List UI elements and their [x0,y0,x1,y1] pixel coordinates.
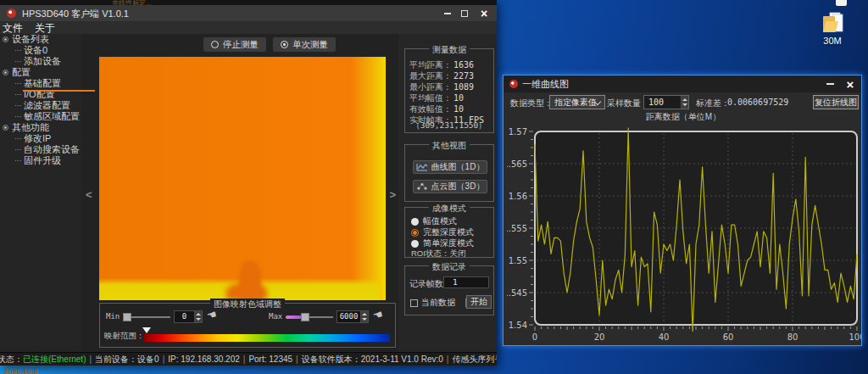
current-data-checkbox[interactable] [410,299,418,307]
colormap-title: 图像映射色域调整 [210,299,285,310]
tree-item-roi-config[interactable]: 敏感区域配置 [0,111,81,122]
measure-row-max-distance: 最大距离： 2273 [409,70,492,81]
curve-view-button[interactable]: 曲线图（1D） [413,160,487,174]
curve-window-title: 一维曲线图 [522,78,569,91]
reset-chart-button[interactable]: 复位折线图 [813,95,859,109]
maximize-button[interactable] [458,7,471,20]
screen: 2020.10.2 30M 非线性标定... HPS3D640 客户端 V1.0… [0,0,868,374]
next-view-arrow[interactable]: > [389,188,396,201]
curve-minimize-button[interactable] [822,77,837,91]
curve-view-label: 曲线图（1D） [431,161,485,173]
curve-window: 一维曲线图 × 数据类型： 指定像素值 采样数量： 100 标准差： 0.006… [503,75,862,346]
curve-close-button[interactable]: × [843,77,858,91]
sample-spin-arrows[interactable] [681,96,688,109]
minimize-icon [826,83,834,85]
colormap-gradient[interactable] [144,334,390,342]
svg-text:60: 60 [723,332,734,342]
measure-row-avg-amplitude: 平均幅值： 10 [409,92,492,103]
start-record-button[interactable]: 开始 [466,295,492,309]
tree-expand-icon[interactable] [3,36,8,42]
stop-measure-label: 停止测量 [223,39,259,51]
app-title: HPS3D640 客户端 V1.0.1 [22,8,129,20]
status-separator: | [89,354,92,364]
status-separator: | [243,354,246,364]
close-button[interactable]: × [477,7,491,20]
status-separator: | [296,354,298,364]
min-value-spinbox[interactable]: 0 [174,310,203,323]
tree-line [15,160,21,161]
measure-data-groupbox: 测量数据 平均距离： 1636 最大距离： 2273 最小距离： 1089 平均… [404,48,494,133]
min-value: 0 [175,311,194,322]
depth-image[interactable] [99,57,386,300]
sample-count-spinbox[interactable]: 100 [643,95,689,109]
tree-item-label: 固件升级 [24,155,61,166]
max-label: Max [269,312,282,321]
svg-text:1.54: 1.54 [509,321,527,330]
std-dev-value: 0.0060697529 [727,98,788,107]
tree-item-basic-config[interactable]: 基础配置 [0,78,81,89]
prev-view-arrow[interactable]: < [86,188,92,201]
mode-option-full-depth[interactable]: 完整深度模式 [411,226,474,238]
point-cloud-button[interactable]: 点云图（3D） [413,180,487,193]
single-measure-label: 单次测量 [292,39,328,51]
data-type-dropdown[interactable]: 指定像素值 [549,95,605,109]
tree-item-config[interactable]: 配置 [0,67,81,78]
stop-measure-button[interactable]: 停止测量 [203,37,266,52]
min-slider-handle[interactable] [123,313,131,321]
max-spin-arrows[interactable] [360,311,368,322]
measure-row-valid-amplitude: 有效幅值： 10 [409,103,492,114]
status-firmware: 设备软件版本：2021-3-11 V1.0 Rev:0 [302,354,443,366]
tree-expand-icon[interactable] [3,70,8,75]
distance-line-chart[interactable]: 0204060801001.541.5451.551.5551.561.5651… [507,121,861,347]
point-cloud-label: 点云图（3D） [431,181,485,193]
tree-item-modify-ip[interactable]: 修改IP [0,133,81,144]
image-viewer: 停止测量 单次测量 < > 图像映射色域调整 Min [81,34,398,352]
max-value-spinbox[interactable]: 6000 [337,310,369,323]
partial-desktop-icon[interactable] [836,0,847,6]
imaging-mode-groupbox: 成像模式 幅值模式 完整深度模式 简单深度模式 ROI状态：关闭 [404,207,494,258]
radio-icon [411,218,419,226]
measure-row-min-distance: 最小距离： 1089 [409,81,492,92]
other-views-groupbox: 其他视图 曲线图（1D） 点云图（3D） [404,144,494,202]
max-hand-icon[interactable]: ☚ [371,308,385,323]
tree-item-device-0[interactable]: 设备0 [0,45,81,56]
tree-line [15,61,21,62]
max-slider-handle[interactable] [301,313,309,321]
tree-line [15,105,21,106]
svg-text:1.55: 1.55 [509,256,527,265]
svg-text:1.545: 1.545 [507,288,527,298]
tree-item-label: 设备列表 [12,34,49,45]
mode-option-simple-depth[interactable]: 简单深度模式 [411,237,474,249]
tree-line [15,149,21,150]
curve-window-titlebar[interactable]: 一维曲线图 × [504,75,861,92]
frames-input[interactable]: 1 [443,276,489,288]
svg-text:20: 20 [594,332,605,342]
desktop-icon-30m[interactable]: 30M [812,12,853,46]
roi-status: ROI状态：关闭 [411,248,465,260]
tree-item-filter-config[interactable]: 滤波器配置 [0,100,81,111]
tree-item-other-functions[interactable]: 其他功能 [0,122,81,133]
tree-item-label: 修改IP [24,133,51,144]
min-spin-arrows[interactable] [194,311,202,322]
minimize-button[interactable] [441,7,454,20]
max-slider[interactable] [286,312,333,322]
folder-icon [819,12,846,35]
desktop-icon-label: 30M [812,36,853,46]
tree-expand-icon[interactable] [3,125,8,131]
single-measure-button[interactable]: 单次测量 [273,37,336,52]
tree-line [15,83,21,84]
mode-option-label: 简单深度模式 [423,237,474,249]
colormap-marker[interactable] [142,327,151,333]
measure-rows: 平均距离： 1636 最大距离： 2273 最小距离： 1089 平均幅值： 1… [409,59,492,126]
tree-item-device-list[interactable]: 设备列表 [0,34,81,45]
tree-item-add-device[interactable]: 添加设备 [0,56,81,67]
svg-text:100: 100 [849,332,861,342]
app-titlebar[interactable]: HPS3D640 客户端 V1.0.1 × [0,5,497,21]
mode-option-amplitude[interactable]: 幅值模式 [411,215,457,227]
status-separator: | [163,354,165,364]
tree-item-label: 敏感区域配置 [24,111,80,122]
tree-item-firmware-upgrade[interactable]: 固件升级 [0,155,81,166]
min-slider[interactable] [123,312,170,322]
status-serial: 传感头序列号：SL012100003 [452,354,497,366]
tree-item-auto-search[interactable]: 自动搜索设备 [0,144,81,155]
